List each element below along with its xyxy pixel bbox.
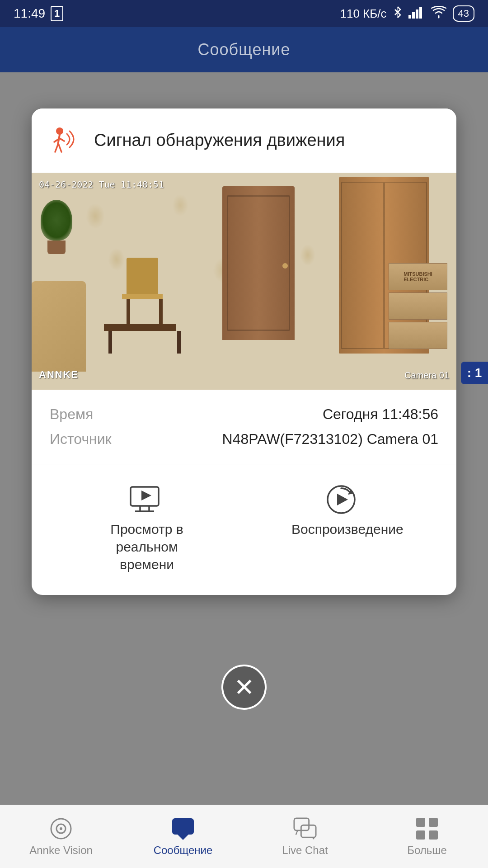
nav-item-live-chat[interactable]: Live Chat bbox=[244, 805, 366, 868]
svg-rect-29 bbox=[416, 818, 425, 827]
svg-rect-4 bbox=[416, 9, 418, 19]
svg-point-6 bbox=[56, 127, 63, 135]
room-door bbox=[222, 186, 295, 340]
chair-back bbox=[127, 258, 158, 294]
network-speed: 110 КБ/с bbox=[340, 7, 386, 21]
desk-area bbox=[104, 263, 185, 354]
sim-badge: 1 bbox=[51, 6, 63, 21]
svg-rect-23 bbox=[172, 818, 194, 835]
playback-icon-container bbox=[323, 486, 359, 513]
camera-snapshot: MITSUBISHIELECTRIC 04-26-2022 Tue 11:48:… bbox=[32, 173, 456, 390]
nav-item-message[interactable]: Сообщение bbox=[122, 805, 244, 868]
modal-card: Сигнал обнаружения движения bbox=[32, 108, 456, 595]
source-value: N48PAW(F72313102) Camera 01 bbox=[222, 431, 438, 448]
desk-top bbox=[104, 324, 176, 331]
desk-leg-left bbox=[108, 331, 112, 354]
motion-detection-icon bbox=[50, 125, 81, 156]
nav-label-live-chat: Live Chat bbox=[282, 844, 328, 857]
svg-marker-19 bbox=[337, 494, 348, 505]
box-2 bbox=[389, 292, 447, 320]
svg-line-9 bbox=[60, 138, 64, 141]
time-row: Время Сегодня 11:48:56 bbox=[50, 406, 438, 423]
message-icon bbox=[171, 817, 195, 840]
camera-label: Camera 01 bbox=[404, 370, 449, 381]
desk-leg-right bbox=[177, 331, 181, 354]
live-view-label: Просмотр в реальном времени bbox=[97, 520, 197, 573]
svg-line-10 bbox=[55, 145, 58, 152]
annke-watermark: ANNKE bbox=[39, 369, 79, 381]
app-header: Сообщение bbox=[0, 27, 488, 72]
nav-item-annke-vision[interactable]: Annke Vision bbox=[0, 805, 122, 868]
battery-indicator: 43 bbox=[453, 5, 474, 22]
svg-line-0 bbox=[395, 9, 398, 12]
camera-timestamp: 04-26-2022 Tue 11:48:51 bbox=[39, 179, 164, 190]
boxes-area: MITSUBISHIELECTRIC bbox=[389, 263, 447, 349]
status-bar-left: 11:49 1 bbox=[14, 6, 63, 21]
plant-pot bbox=[47, 241, 66, 254]
svg-rect-31 bbox=[416, 830, 425, 840]
annke-vision-icon bbox=[49, 817, 73, 840]
room-plant bbox=[41, 200, 72, 254]
notification-badge: : 1 bbox=[461, 362, 488, 384]
svg-marker-16 bbox=[141, 491, 151, 500]
box-1: MITSUBISHIELECTRIC bbox=[389, 263, 447, 290]
nav-label-message: Сообщение bbox=[154, 844, 213, 857]
svg-rect-3 bbox=[412, 12, 415, 19]
svg-line-1 bbox=[395, 12, 398, 15]
live-view-icon bbox=[129, 486, 165, 513]
playback-button[interactable]: Воспроизведение bbox=[291, 486, 391, 573]
page-title: Сообщение bbox=[198, 40, 291, 59]
alert-header: Сигнал обнаружения движения bbox=[32, 108, 456, 173]
actions-section: Просмотр в реальном времени Воспроизведе… bbox=[32, 464, 456, 595]
svg-rect-2 bbox=[408, 15, 411, 19]
more-icon bbox=[415, 817, 439, 840]
alert-title: Сигнал обнаружения движения bbox=[94, 130, 345, 151]
svg-rect-32 bbox=[429, 830, 438, 840]
svg-rect-5 bbox=[419, 7, 422, 19]
nav-item-more[interactable]: Больше bbox=[366, 805, 488, 868]
time-value: Сегодня 11:48:56 bbox=[323, 406, 438, 423]
room-scene: MITSUBISHIELECTRIC 04-26-2022 Tue 11:48:… bbox=[32, 173, 456, 390]
close-button[interactable]: ✕ bbox=[221, 665, 267, 710]
box-3 bbox=[389, 322, 447, 349]
source-row: Источник N48PAW(F72313102) Camera 01 bbox=[50, 431, 438, 448]
plant-leaves bbox=[41, 200, 72, 241]
sofa bbox=[32, 281, 86, 372]
svg-marker-24 bbox=[178, 835, 188, 840]
close-button-container: ✕ bbox=[221, 665, 267, 710]
wifi-icon bbox=[431, 6, 446, 22]
svg-point-22 bbox=[60, 827, 62, 830]
live-chat-icon bbox=[293, 817, 317, 840]
chair-leg1 bbox=[127, 299, 130, 326]
signal-icon bbox=[408, 6, 425, 22]
playback-label: Воспроизведение bbox=[291, 520, 391, 538]
main-content: Сигнал обнаружения движения bbox=[0, 72, 488, 805]
status-bar-right: 110 КБ/с bbox=[340, 5, 474, 22]
live-view-button[interactable]: Просмотр в реальном времени bbox=[97, 486, 197, 573]
close-icon: ✕ bbox=[234, 675, 254, 699]
svg-rect-30 bbox=[429, 818, 438, 827]
status-time: 11:49 bbox=[14, 6, 45, 21]
bluetooth-icon bbox=[393, 6, 402, 22]
bottom-nav: Annke Vision Сообщение Live Chat bbox=[0, 805, 488, 868]
source-label: Источник bbox=[50, 431, 112, 448]
door-handle bbox=[282, 263, 288, 269]
chair-seat bbox=[122, 294, 163, 299]
chair bbox=[122, 263, 167, 326]
status-bar: 11:49 1 110 КБ/с bbox=[0, 0, 488, 27]
svg-line-11 bbox=[59, 145, 61, 152]
nav-label-more: Больше bbox=[407, 844, 447, 857]
info-section: Время Сегодня 11:48:56 Источник N48PAW(F… bbox=[32, 390, 456, 464]
time-label: Время bbox=[50, 406, 93, 423]
chair-leg2 bbox=[159, 299, 163, 326]
nav-label-annke-vision: Annke Vision bbox=[29, 844, 93, 857]
